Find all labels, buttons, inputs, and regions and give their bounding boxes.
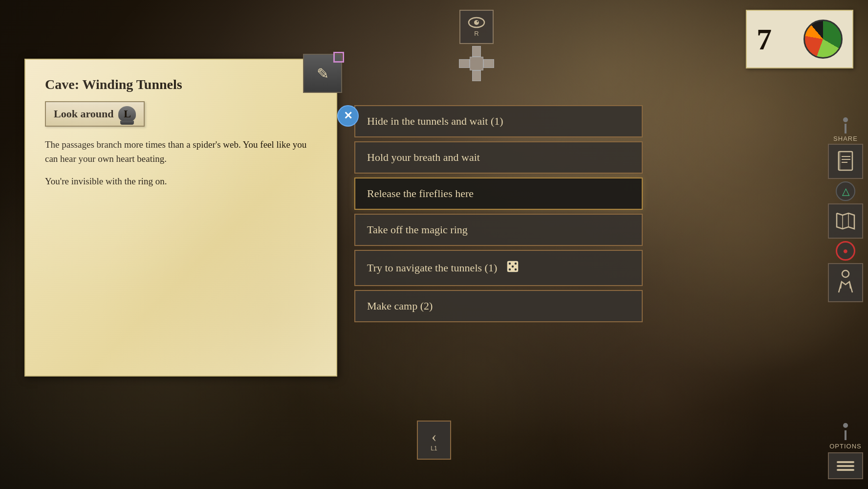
choice-hide-tunnels[interactable]: Hide in the tunnels and wait (1) [354,105,643,137]
dice-icon [506,260,520,276]
options-label: OPTIONS [829,443,862,450]
pie-chart [803,20,843,59]
svg-point-1 [474,20,479,25]
cancel-icon: ✕ [344,111,352,121]
r-label: R [474,30,478,37]
right-sidebar: SHARE △ ● [828,117,863,302]
panel-title: Cave: Winding Tunnels [45,77,317,92]
connector-line [845,124,846,133]
description-paragraph-2: You're invisible with the ring on. [45,174,317,188]
square-indicator [333,52,344,63]
look-around-button[interactable]: Look around L [45,101,145,127]
svg-point-16 [842,270,849,277]
notebook-button[interactable]: ✎ [303,54,342,93]
share-label: SHARE [833,135,858,142]
back-button[interactable]: ‹ L1 [417,421,451,460]
top-hud: R [455,10,499,81]
dpad-left[interactable] [459,59,470,68]
svg-point-6 [515,268,517,270]
choice-panel: Hide in the tunnels and wait (1) Hold yo… [354,105,643,326]
connector-dot-top [843,117,848,122]
dpad[interactable] [455,46,499,81]
description-panel: Cave: Winding Tunnels Look around L The … [24,59,337,377]
circle-icon: ● [843,246,848,256]
l-controller-badge: L [118,106,136,122]
svg-point-5 [512,266,514,267]
svg-point-8 [509,268,511,270]
share-button[interactable] [828,144,863,179]
person-button[interactable] [828,263,863,302]
dpad-right[interactable] [483,59,494,68]
choice-navigate-tunnels[interactable]: Try to navigate the tunnels (1) [354,250,643,286]
feather-icon: ✎ [317,65,329,82]
options-button[interactable] [828,452,863,479]
options-area: OPTIONS [828,423,863,479]
choice-make-camp[interactable]: Make camp (2) [354,290,643,322]
person-icon [835,268,856,297]
circle-button[interactable]: ● [836,241,855,261]
dpad-down[interactable] [472,70,481,81]
triangle-button[interactable]: △ [836,181,855,201]
look-around-label: Look around [54,108,113,120]
back-label: L1 [431,445,437,452]
choice-release-fireflies[interactable]: Release the fireflies here [354,178,643,210]
svg-rect-10 [838,152,841,170]
svg-point-7 [515,263,517,265]
hamburger-line-2 [837,465,854,467]
score-panel: 7 [746,10,853,68]
score-number: 7 [757,24,772,54]
cancel-button[interactable]: ✕ [337,105,359,127]
options-connector-dot [843,423,848,428]
share-section: SHARE [828,117,863,179]
dpad-up[interactable] [472,46,481,57]
map-button[interactable] [828,203,863,239]
hamburger-line-3 [837,469,854,471]
svg-rect-9 [839,152,852,170]
eye-button[interactable]: R [459,10,494,44]
eye-icon [468,17,485,28]
back-chevron-icon: ‹ [432,428,437,444]
svg-point-2 [477,21,478,22]
svg-point-4 [509,263,511,265]
choice-hold-breath[interactable]: Hold your breath and wait [354,141,643,174]
choice-take-off-ring[interactable]: Take off the magic ring [354,214,643,246]
dpad-center [470,57,483,70]
hamburger-line-1 [837,461,854,463]
options-connector-line [845,430,846,440]
description-paragraph-1: The passages branch more times than a sp… [45,137,317,166]
map-icon [835,211,856,231]
share-book-icon [835,150,856,173]
triangle-icon: △ [842,185,849,197]
